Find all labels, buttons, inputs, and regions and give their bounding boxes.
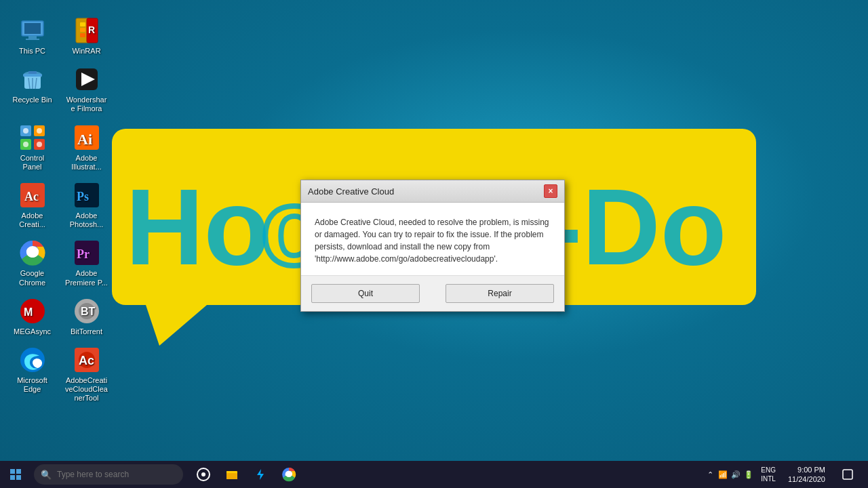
- start-button[interactable]: [0, 461, 31, 488]
- taskbar-search-box[interactable]: 🔍: [34, 464, 183, 485]
- svg-point-50: [201, 472, 205, 476]
- clock-date: 11/24/2020: [788, 474, 825, 484]
- filmora-label: Wondershare Filmora: [64, 96, 108, 113]
- quit-button[interactable]: Quit: [311, 284, 420, 303]
- mega-icon: M: [19, 298, 46, 325]
- svg-point-28: [37, 142, 42, 147]
- search-icon: 🔍: [41, 470, 52, 480]
- acc-cleaner-label: AdobeCreativeCloudCleanerTool: [64, 376, 108, 403]
- svg-rect-8: [26, 39, 39, 40]
- svg-text:-Do: -Do: [546, 166, 727, 287]
- tray-expand-icon[interactable]: ⌃: [705, 469, 715, 480]
- desktop-icon-bittorrent[interactable]: BT BitTorrent: [61, 294, 112, 340]
- photoshop-label: Adobe Photosh...: [64, 211, 108, 229]
- file-explorer-icon: [226, 468, 238, 481]
- svg-rect-18: [28, 71, 37, 74]
- adobe-creative-icon: Ac: [19, 182, 46, 209]
- taskbar-clock[interactable]: 9:00 PM 11/24/2020: [783, 465, 831, 485]
- filmora-icon: [73, 66, 100, 93]
- repair-button[interactable]: Repair: [446, 284, 554, 303]
- svg-text:M: M: [24, 306, 33, 318]
- desktop-icon-premiere[interactable]: Pr Adobe Premiere P...: [61, 236, 112, 290]
- svg-marker-54: [257, 469, 264, 480]
- tray-battery-icon[interactable]: 🔋: [743, 469, 754, 480]
- premiere-icon: Pr: [73, 239, 100, 266]
- chrome-label: Google Chrome: [10, 269, 54, 287]
- icon-row-3: Ac Adobe Creati... Ps Adobe Photosh...: [7, 178, 112, 232]
- icon-row-2: Control Panel Ai Adobe Illustrat...: [7, 121, 112, 175]
- chrome-taskbar-button[interactable]: [275, 461, 302, 488]
- this-pc-label: This PC: [19, 47, 45, 56]
- dialog-title: Adobe Creative Cloud: [308, 186, 394, 197]
- chrome-taskbar-icon: [281, 467, 296, 482]
- svg-point-25: [23, 128, 28, 134]
- system-tray: ⌃ 📶 🔊 🔋: [705, 469, 754, 480]
- language-indicator: ENG INTL: [757, 466, 779, 483]
- desktop-icons-container: This PC R WinRAR: [0, 7, 119, 413]
- photoshop-icon: Ps: [73, 182, 100, 209]
- search-input[interactable]: [57, 470, 176, 479]
- dialog-footer: Quit Repair: [301, 276, 564, 311]
- icon-row-1: Recycle Bin Wondershare Filmora: [7, 62, 112, 117]
- svg-rect-53: [226, 471, 231, 473]
- svg-point-37: [28, 248, 37, 258]
- svg-rect-12: [80, 28, 85, 32]
- svg-point-57: [286, 472, 292, 477]
- locale-label: INTL: [761, 474, 776, 483]
- svg-text:Ac: Ac: [24, 190, 39, 203]
- file-explorer-button[interactable]: [218, 461, 245, 488]
- svg-text:BT: BT: [81, 306, 96, 317]
- svg-text:R: R: [88, 24, 95, 35]
- notification-icon: [842, 469, 853, 480]
- flash-button[interactable]: [247, 461, 274, 488]
- edge-label: Microsoft Edge: [10, 376, 54, 394]
- svg-text:Ac: Ac: [79, 354, 94, 367]
- this-pc-icon: [19, 17, 46, 44]
- edge-icon: [19, 346, 46, 373]
- desktop-icon-illustrator[interactable]: Ai Adobe Illustrat...: [61, 121, 112, 175]
- desktop-icon-filmora[interactable]: Wondershare Filmora: [61, 62, 112, 117]
- illustrator-label: Adobe Illustrat...: [64, 154, 108, 171]
- desktop-icon-edge[interactable]: Microsoft Edge: [7, 343, 58, 407]
- desktop-icon-this-pc[interactable]: This PC: [7, 14, 58, 59]
- dialog-close-button[interactable]: ×: [544, 184, 557, 198]
- task-view-button[interactable]: [190, 461, 217, 488]
- svg-rect-58: [843, 470, 852, 479]
- close-icon: ×: [548, 186, 553, 196]
- desktop-icon-winrar[interactable]: R WinRAR: [61, 14, 112, 59]
- clock-time: 9:00 PM: [797, 465, 825, 474]
- svg-rect-7: [28, 36, 37, 39]
- flash-icon: [254, 468, 267, 481]
- bittorrent-icon: BT: [73, 298, 100, 325]
- icon-row-0: This PC R WinRAR: [7, 14, 112, 59]
- windows-logo-icon: [10, 469, 21, 480]
- svg-marker-1: [146, 305, 207, 346]
- notification-button[interactable]: [834, 461, 861, 488]
- winrar-label: WinRAR: [72, 47, 100, 56]
- svg-rect-52: [226, 473, 237, 479]
- svg-text:Ps: Ps: [77, 190, 89, 203]
- desktop-icon-chrome[interactable]: Google Chrome: [7, 236, 58, 290]
- adobe-creative-label: Adobe Creati...: [10, 211, 54, 229]
- desktop-icon-photoshop[interactable]: Ps Adobe Photosh...: [61, 178, 112, 232]
- svg-rect-13: [80, 33, 85, 37]
- svg-rect-6: [24, 23, 41, 34]
- tray-volume-icon[interactable]: 🔊: [730, 469, 741, 480]
- icon-row-5: M MEGAsync BT BitTorrent: [7, 294, 112, 340]
- dialog-titlebar[interactable]: Adobe Creative Cloud ×: [301, 180, 564, 203]
- tray-network-icon[interactable]: 📶: [717, 469, 728, 480]
- svg-point-26: [37, 128, 42, 134]
- desktop-icon-control-panel[interactable]: Control Panel: [7, 121, 58, 175]
- svg-text:Ho: Ho: [125, 166, 270, 287]
- desktop-icon-recycle-bin[interactable]: Recycle Bin: [7, 62, 58, 117]
- taskbar-right: ⌃ 📶 🔊 🔋 ENG INTL 9:00 PM 11/24/2020: [705, 461, 868, 488]
- recycle-bin-icon: [19, 66, 46, 93]
- language-label: ENG: [761, 466, 776, 474]
- desktop-icon-mega[interactable]: M MEGAsync: [7, 294, 58, 340]
- task-view-icon: [197, 468, 210, 481]
- svg-point-27: [23, 142, 28, 147]
- desktop: Ho o -Do This PC: [0, 0, 868, 488]
- control-panel-label: Control Panel: [10, 154, 54, 171]
- desktop-icon-acc-cleaner[interactable]: Ac AdobeCreativeCloudCleanerTool: [61, 343, 112, 407]
- desktop-icon-adobe-creative[interactable]: Ac Adobe Creati...: [7, 178, 58, 232]
